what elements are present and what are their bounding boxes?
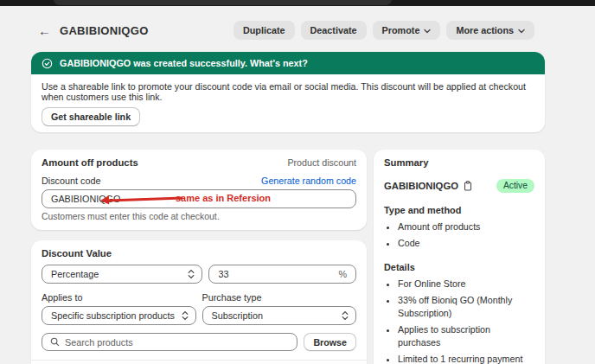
details-heading: Details bbox=[384, 262, 534, 272]
more-actions-button[interactable]: More actions bbox=[446, 21, 534, 40]
discount-method-label: Product discount bbox=[287, 157, 356, 168]
generate-random-code-link[interactable]: Generate random code bbox=[261, 176, 356, 186]
back-button[interactable]: ← bbox=[38, 24, 51, 37]
more-actions-button-label: More actions bbox=[456, 25, 514, 35]
discount-code-helper: Customers must enter this code at checko… bbox=[42, 212, 356, 221]
check-circle-icon bbox=[42, 58, 53, 69]
select-updown-icon bbox=[342, 310, 349, 321]
discount-detail-screen: ← GABIBIONIQGO Duplicate Deactivate Prom… bbox=[0, 0, 595, 364]
annotation-text: same as in Refersion bbox=[176, 193, 271, 203]
discount-value-field: % bbox=[208, 265, 356, 284]
shareable-link-text: Use a shareable link to promote your dis… bbox=[42, 81, 534, 102]
success-banner-header: GABIBIONIQGO was created successfully. W… bbox=[31, 52, 545, 74]
success-banner-card: GABIBIONIQGO was created successfully. W… bbox=[31, 52, 545, 132]
summary-card: Summary GABIBIONIQGO Active Type and met… bbox=[374, 150, 545, 364]
details-list: For Online Store33% off Bioniq GO (Month… bbox=[398, 278, 534, 364]
purchase-type-label: Purchase type bbox=[202, 292, 357, 303]
value-type-selected: Percentage bbox=[51, 269, 99, 279]
value-type-select[interactable]: Percentage bbox=[42, 265, 202, 284]
summary-discount-code: GABIBIONIQGO bbox=[384, 181, 458, 191]
success-banner-message: GABIBIONIQGO was created successfully. W… bbox=[60, 58, 308, 68]
duplicate-button[interactable]: Duplicate bbox=[234, 21, 295, 40]
list-item: For Online Store bbox=[398, 278, 534, 290]
promote-button[interactable]: Promote bbox=[373, 21, 441, 40]
status-badge: Active bbox=[496, 179, 534, 193]
arrow-left-icon: ← bbox=[38, 23, 51, 38]
amount-off-products-card: Amount off products Product discount Dis… bbox=[31, 150, 367, 230]
clipboard-icon bbox=[464, 181, 472, 194]
list-item: Applies to subscription purchases bbox=[398, 323, 534, 348]
summary-title: Summary bbox=[384, 157, 534, 168]
applies-to-select[interactable]: Specific subscription products bbox=[42, 306, 196, 325]
chevron-down-icon bbox=[424, 25, 431, 35]
list-item: Code bbox=[398, 237, 534, 249]
list-item: Limited to 1 recurring payment bbox=[398, 353, 534, 364]
page-title: GABIBIONIQGO bbox=[60, 24, 149, 37]
select-updown-icon bbox=[188, 269, 195, 279]
discount-value-title: Discount Value bbox=[42, 248, 356, 259]
purchase-type-selected: Subscription bbox=[212, 310, 263, 321]
list-item: Amount off products bbox=[398, 220, 534, 233]
amount-card-title: Amount off products bbox=[42, 157, 138, 168]
type-method-heading: Type and method bbox=[384, 205, 534, 215]
deactivate-button[interactable]: Deactivate bbox=[301, 21, 367, 40]
header-actions: Duplicate Deactivate Promote More action… bbox=[234, 21, 534, 40]
discount-code-label: Discount code bbox=[42, 176, 100, 186]
list-item: 33% off Bioniq GO (Monthly Subscription) bbox=[398, 294, 534, 319]
percent-suffix: % bbox=[338, 269, 347, 279]
promote-button-label: Promote bbox=[382, 25, 420, 35]
copy-code-button[interactable] bbox=[464, 181, 472, 191]
discount-value-card: Discount Value Percentage % Applies to bbox=[31, 240, 367, 364]
selected-product-row: Bioniq GO (1 of 3 variants selected) Edi… bbox=[42, 361, 356, 364]
applies-to-selected: Specific subscription products bbox=[51, 310, 175, 321]
search-icon bbox=[50, 337, 60, 347]
select-updown-icon bbox=[182, 310, 189, 321]
topbar-search-sliver bbox=[54, 0, 392, 5]
browse-button[interactable]: Browse bbox=[304, 333, 356, 351]
discount-value-input[interactable] bbox=[218, 269, 338, 279]
product-search-input[interactable] bbox=[65, 337, 289, 348]
get-shareable-link-button[interactable]: Get shareable link bbox=[42, 107, 140, 126]
page-header: ← GABIBIONIQGO Duplicate Deactivate Prom… bbox=[0, 6, 595, 52]
shareable-link-section: Use a shareable link to promote your dis… bbox=[31, 74, 545, 132]
admin-topbar bbox=[0, 0, 595, 6]
applies-to-label: Applies to bbox=[42, 292, 196, 303]
type-method-list: Amount off productsCode bbox=[398, 220, 534, 250]
chevron-down-icon bbox=[518, 25, 525, 35]
purchase-type-select[interactable]: Subscription bbox=[202, 306, 357, 325]
product-search-field bbox=[42, 333, 298, 351]
